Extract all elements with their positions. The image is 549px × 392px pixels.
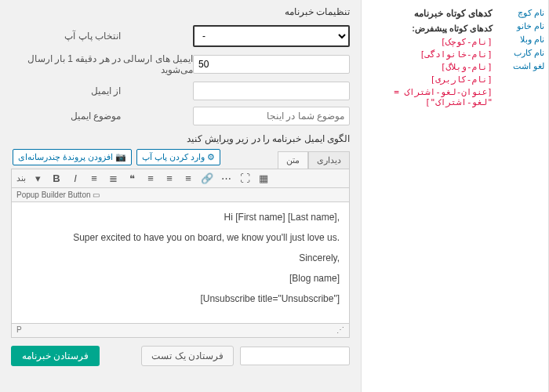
bullet-list-button[interactable]: ≡ [87, 172, 101, 184]
editor-line: Super excited to have you on board, we k… [21, 232, 340, 243]
shortcode-item[interactable]: [نام-وبلاگ] [371, 62, 493, 72]
subject-input[interactable] [193, 107, 350, 125]
main-panel: تنظیمات خبرنامه - انتخاب پاپ آپ ایمیل ها… [0, 0, 361, 392]
number-list-button[interactable]: ≣ [106, 172, 120, 184]
out-item: نام وبلا [506, 34, 544, 45]
align-center-button[interactable]: ≡ [162, 172, 176, 184]
path-p: P [16, 325, 22, 336]
shortcode-item[interactable]: [عنوان-لغو-اشتراک = "لغو-اشتراک"] [371, 87, 493, 107]
editor-line: [Blog name] [21, 273, 340, 284]
emails-per-minute-input[interactable] [193, 55, 350, 74]
send-test-button[interactable]: فرستادن یک تست [141, 346, 234, 366]
editor-content[interactable]: Hi [First name] [Last name], Super excit… [11, 202, 350, 324]
align-left-button[interactable]: ≡ [144, 172, 158, 184]
editor-line: Sincerely, [21, 252, 340, 263]
editor-line: Hi [First name] [Last name], [21, 212, 340, 223]
sidebar-title: کدهای کوتاه خبرنامه [371, 8, 493, 19]
emails-per-minute-label: ایمیل های ارسالی در هر دقیقه 1 بار ارسال… [11, 53, 193, 75]
tab-text[interactable]: متن [278, 151, 308, 169]
shortcode-item[interactable]: [نام-کوچک] [371, 37, 493, 47]
media-icon: 📷 [115, 152, 126, 162]
tab-visual[interactable]: دیداری [308, 151, 350, 169]
shortcode-item[interactable]: [نام-کاربری] [371, 74, 493, 85]
paragraph-select[interactable]: بند [16, 173, 26, 183]
toolbar-toggle-button[interactable]: ▦ [256, 172, 271, 184]
from-email-input[interactable] [193, 82, 350, 100]
sidebar-subtitle: کدهای کوتاه پیشفرض: [371, 24, 493, 34]
subject-label: موضوع ایمیل [11, 111, 121, 122]
test-email-input[interactable] [240, 347, 350, 365]
out-item: نام کوچ [506, 8, 544, 18]
resize-handle-icon[interactable]: ⋰ [336, 325, 344, 336]
quote-button[interactable]: ❝ [125, 172, 139, 184]
editor-toolbar: بند ▾ B I ≡ ≣ ❝ ≡ ≡ ≡ 🔗 ⋯ ⛶ ▦ [11, 169, 350, 188]
send-newsletter-button[interactable]: فرستادن خبرنامه [11, 346, 100, 366]
align-right-button[interactable]: ≡ [181, 172, 195, 184]
fullscreen-button[interactable]: ⛶ [238, 172, 252, 184]
shortcodes-sidebar: کدهای کوتاه خبرنامه کدهای کوتاه پیشفرض: … [361, 0, 502, 392]
insert-popup-button[interactable]: ⚙ وارد کردن پاپ آپ [136, 149, 220, 165]
shortcode-item[interactable]: [نام-خانوادگی] [371, 49, 493, 60]
from-email-label: از ایمیل [11, 85, 121, 96]
editor-statusbar: P ⋰ [11, 324, 350, 338]
gear-icon: ⚙ [207, 152, 215, 162]
popup-select[interactable]: - [193, 25, 350, 47]
add-media-button[interactable]: 📷 افزودن پروندۀ چندرسانه‌ای [13, 149, 132, 165]
out-item: نام کارب [506, 48, 544, 58]
panel-title: تنظیمات خبرنامه [11, 6, 350, 17]
chevron-down-icon[interactable]: ▾ [31, 172, 45, 184]
popup-label: انتخاب پاپ آپ [11, 31, 121, 42]
link-button[interactable]: 🔗 [200, 172, 214, 184]
popup-builder-button[interactable]: Popup Builder Button ▭ [11, 188, 350, 202]
out-item: نام خانو [506, 21, 544, 31]
out-item: لغو اشت [506, 61, 544, 71]
bold-button[interactable]: B [49, 172, 64, 184]
italic-button[interactable]: I [68, 172, 82, 184]
editor-hint: الگوی ایمیل خبرنامه را در زیر ویرایش کنی… [11, 133, 350, 144]
shortcode-output-column: نام کوچ نام خانو نام وبلا نام کارب لغو ا… [502, 0, 549, 392]
more-button[interactable]: ⋯ [219, 172, 233, 184]
editor-line: [Unsubscribe title="Unsubscribe"] [21, 293, 340, 304]
